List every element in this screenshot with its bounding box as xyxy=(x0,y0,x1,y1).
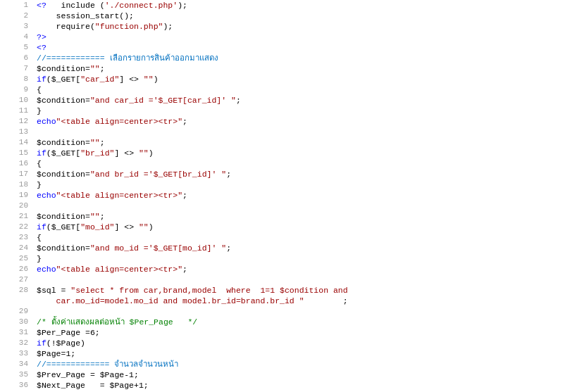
code-token: $condition= xyxy=(37,96,90,105)
code-token: $Next_Page = $Page+1; xyxy=(37,381,149,390)
table-row: 20 xyxy=(0,201,577,211)
code-token: "car_id" xyxy=(80,75,119,84)
code-token: "<table align=center><tr>" xyxy=(56,265,182,274)
code-token: $condition= xyxy=(37,138,90,147)
table-row: 9{ xyxy=(0,84,577,95)
line-content: echo"<table align=center><tr>"; xyxy=(34,116,577,127)
code-token: ?> xyxy=(37,32,46,42)
table-row: 27 xyxy=(0,274,577,285)
line-number: 5 xyxy=(0,42,34,53)
line-number: 7 xyxy=(0,63,34,74)
code-token: } xyxy=(37,254,42,263)
line-number: 18 xyxy=(0,179,34,190)
code-token: ); xyxy=(163,22,173,31)
line-content: car.mo_id=model.mo_id and model.br_id=br… xyxy=(34,296,577,306)
line-content: //============ เลือกรายการสินค้าออกมาแสด… xyxy=(34,53,577,63)
code-token: "mo_id" xyxy=(80,222,114,232)
table-row: 11} xyxy=(0,106,577,116)
line-number: 13 xyxy=(0,127,34,137)
code-token: ($_GET[ xyxy=(46,148,80,158)
code-token: ; xyxy=(182,265,187,274)
line-content: } xyxy=(34,179,577,190)
table-row: 35$Prev_Page = $Page-1; xyxy=(0,369,577,380)
table-row: 28$sql = "select * from car,brand,model … xyxy=(0,285,577,296)
line-number: 29 xyxy=(0,306,34,317)
table-row: 30/* ตั้งค่าแสดงผลต่อหน้า $Per_Page */ xyxy=(0,317,577,327)
table-row: 36$Next_Page = $Page+1; xyxy=(0,380,577,391)
table-row: 29 xyxy=(0,306,577,317)
code-token: if xyxy=(37,75,46,84)
table-row: 6//============ เลือกรายการสินค้าออกมาแส… xyxy=(0,53,577,63)
line-number: 10 xyxy=(0,95,34,106)
line-content: } xyxy=(34,253,577,264)
line-number: 14 xyxy=(0,137,34,148)
code-token: "function.php" xyxy=(95,22,163,31)
code-token: //============= จำนวลจำนวนหน้า xyxy=(37,360,178,369)
line-content: $sql = "select * from car,brand,model wh… xyxy=(34,285,577,296)
line-content: $condition=""; xyxy=(34,137,577,148)
code-token: echo xyxy=(37,191,56,200)
line-number: 27 xyxy=(0,274,34,285)
line-content: require("function.php"); xyxy=(34,21,577,32)
line-number: 2 xyxy=(0,11,34,21)
code-token: } xyxy=(37,106,42,115)
line-content: { xyxy=(34,232,577,243)
code-token: //============ เลือกรายการสินค้าออกมาแสด… xyxy=(37,53,218,63)
code-token: $condition= xyxy=(37,244,90,253)
table-row: 34//============= จำนวลจำนวนหน้า xyxy=(0,359,577,369)
table-row: 22if($_GET["mo_id"] <> "") xyxy=(0,222,577,232)
line-number: 17 xyxy=(0,169,34,179)
code-token: ; xyxy=(100,64,105,73)
line-content xyxy=(34,306,577,317)
line-content xyxy=(34,201,577,211)
table-row: 21$condition=""; xyxy=(0,211,577,222)
line-content: $Page=1; xyxy=(34,348,577,359)
line-number: 24 xyxy=(0,243,34,253)
code-token: "" xyxy=(139,148,149,158)
line-number: 26 xyxy=(0,264,34,274)
code-token: "and br_id ='$_GET[br_id]' " xyxy=(90,170,226,179)
line-content xyxy=(34,274,577,285)
line-content: echo"<table align=center><tr>"; xyxy=(34,264,577,274)
code-token: if xyxy=(37,222,46,232)
line-number: 12 xyxy=(0,116,34,127)
table-row: 15if($_GET["br_id"] <> "") xyxy=(0,148,577,158)
table-row: 10$condition="and car_id ='$_GET[car_id]… xyxy=(0,95,577,106)
line-content: $condition="and car_id ='$_GET[car_id]' … xyxy=(34,95,577,106)
line-content: <? include ('./connect.php'); xyxy=(34,0,577,11)
table-row: 19echo"<table align=center><tr>"; xyxy=(0,190,577,201)
code-token: ] <> xyxy=(119,75,144,84)
table-row: 25} xyxy=(0,253,577,264)
line-number: 11 xyxy=(0,106,34,116)
table-row: 23{ xyxy=(0,232,577,243)
line-number: 9 xyxy=(0,84,34,95)
code-token: if xyxy=(37,148,46,158)
code-token: ; xyxy=(226,244,231,253)
line-content: if($_GET["br_id"] <> "") xyxy=(34,148,577,158)
table-row: 24$condition="and mo_id ='$_GET[mo_id]' … xyxy=(0,243,577,253)
line-number: 4 xyxy=(0,32,34,42)
code-token: $Prev_Page = $Page-1; xyxy=(37,370,139,379)
code-token: ) xyxy=(154,75,159,84)
line-number: 34 xyxy=(0,359,34,369)
line-number: 32 xyxy=(0,338,34,348)
line-content: if($_GET["car_id"] <> "") xyxy=(34,74,577,84)
code-token: include ( xyxy=(46,1,105,10)
code-token: { xyxy=(37,85,42,94)
code-token: "and car_id ='$_GET[car_id]' " xyxy=(90,96,236,105)
code-token: "" xyxy=(139,222,149,232)
code-token: echo xyxy=(37,265,56,274)
code-editor: 1<? include ('./connect.php');2 session_… xyxy=(0,0,577,392)
line-number: 6 xyxy=(0,53,34,63)
code-token: "" xyxy=(90,64,100,73)
code-token: ); xyxy=(178,1,187,10)
line-number: 20 xyxy=(0,201,34,211)
line-content: $condition=""; xyxy=(34,211,577,222)
line-number: 19 xyxy=(0,190,34,201)
code-token: ; xyxy=(100,212,105,221)
line-content: { xyxy=(34,84,577,95)
table-row: 5<? xyxy=(0,42,577,53)
table-row: car.mo_id=model.mo_id and model.br_id=br… xyxy=(0,296,577,306)
line-number: 23 xyxy=(0,232,34,243)
code-token: "<table align=center><tr>" xyxy=(56,191,182,200)
